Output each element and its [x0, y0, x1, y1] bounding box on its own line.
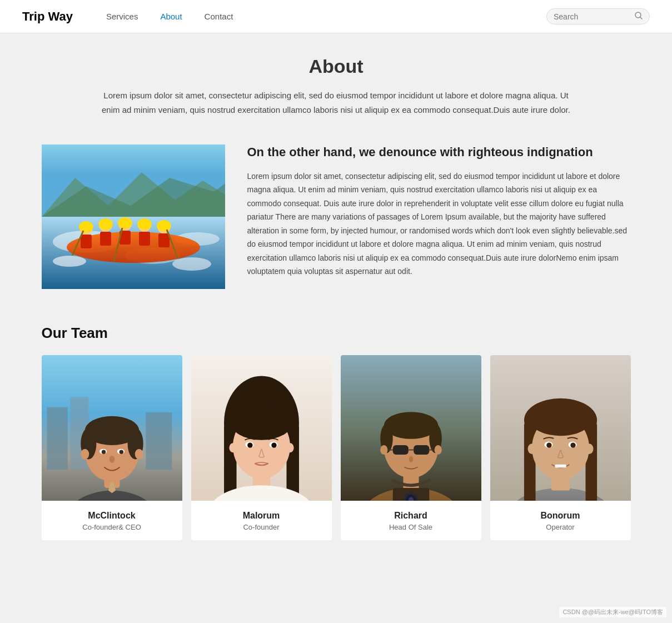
svg-rect-31 [47, 407, 67, 470]
nav-item-services[interactable]: Services [106, 12, 138, 22]
member-name-richard: Richard [346, 511, 476, 521]
member-role-mcclintock: Co-founder& CEO [47, 523, 177, 531]
member-role-bonorum: Operator [496, 523, 625, 531]
svg-rect-70 [392, 445, 408, 455]
about-intro: Lorem ipsum dolor sit amet, consectetur … [97, 88, 575, 117]
member-name-bonorum: Bonorum [496, 511, 625, 521]
member-info-mcclintock: McClintock Co-founder& CEO [42, 503, 182, 540]
svg-point-47 [81, 449, 89, 460]
svg-point-89 [530, 405, 591, 436]
main-content: About Lorem ipsum dolor sit amet, consec… [31, 33, 642, 562]
svg-point-93 [570, 442, 575, 447]
member-role-malorum: Co-founder [197, 523, 326, 531]
svg-point-77 [434, 445, 441, 455]
photo-malorum [191, 355, 332, 501]
nav-links: Services About Contact [106, 12, 233, 22]
svg-point-15 [98, 218, 113, 230]
search-bar [546, 8, 650, 24]
svg-rect-14 [100, 232, 111, 246]
svg-point-18 [118, 217, 132, 228]
rafting-image-col [42, 144, 225, 291]
svg-rect-94 [555, 465, 566, 468]
photo-richard [341, 355, 481, 501]
svg-rect-11 [81, 235, 92, 248]
svg-point-60 [271, 442, 276, 447]
svg-point-28 [53, 256, 86, 267]
search-icon [635, 12, 643, 21]
two-col-section: On the other hand, we denounce with righ… [42, 144, 631, 291]
section-body: Lorem ipsum dolor sit amet, consectetur … [247, 170, 631, 278]
nav-link-contact[interactable]: Contact [205, 12, 233, 21]
svg-point-75 [409, 456, 412, 462]
member-name-malorum: Malorum [197, 511, 326, 521]
svg-point-96 [585, 443, 593, 454]
nav-item-contact[interactable]: Contact [205, 12, 233, 22]
photo-mcclintock [42, 355, 182, 501]
svg-rect-33 [146, 412, 172, 470]
team-card-bonorum: Bonorum Operator [490, 355, 631, 540]
member-role-richard: Head Of Sale [346, 523, 476, 531]
site-logo[interactable]: Trip Way [22, 9, 73, 24]
nav-link-about[interactable]: About [160, 12, 182, 21]
svg-rect-87 [585, 420, 597, 501]
member-info-bonorum: Bonorum Operator [490, 503, 631, 540]
svg-point-59 [247, 442, 252, 447]
text-col: On the other hand, we denounce with righ… [247, 144, 631, 278]
search-input[interactable] [554, 12, 631, 21]
svg-rect-86 [524, 420, 535, 501]
svg-point-44 [101, 450, 105, 454]
photo-bonorum [490, 355, 631, 501]
team-card-mcclintock: McClintock Co-founder& CEO [42, 355, 182, 540]
member-info-malorum: Malorum Co-founder [191, 503, 332, 540]
member-info-richard: Richard Head Of Sale [341, 503, 481, 540]
svg-point-76 [380, 445, 387, 455]
svg-point-48 [135, 449, 143, 460]
svg-rect-23 [158, 233, 170, 247]
svg-point-92 [546, 442, 551, 447]
svg-point-46 [109, 456, 114, 463]
about-heading: About [42, 56, 631, 77]
svg-line-1 [640, 17, 642, 19]
svg-point-62 [286, 443, 293, 452]
svg-point-24 [157, 220, 171, 231]
section-heading: On the other hand, we denounce with righ… [247, 144, 631, 161]
about-section: About Lorem ipsum dolor sit amet, consec… [42, 56, 631, 117]
svg-rect-20 [139, 232, 150, 246]
rafting-image [42, 144, 225, 289]
svg-point-61 [229, 443, 236, 452]
team-section: Our Team [42, 325, 631, 540]
team-grid: McClintock Co-founder& CEO [42, 355, 631, 540]
svg-point-29 [172, 257, 211, 271]
team-card-richard: Richard Head Of Sale [341, 355, 481, 540]
svg-point-56 [230, 403, 292, 440]
member-name-mcclintock: McClintock [47, 511, 177, 521]
nav-link-services[interactable]: Services [106, 12, 138, 21]
svg-point-12 [79, 221, 93, 232]
svg-point-95 [527, 443, 536, 454]
nav-item-about[interactable]: About [160, 12, 182, 22]
team-heading: Our Team [42, 325, 631, 342]
svg-point-45 [119, 450, 123, 454]
svg-point-21 [137, 218, 152, 230]
navbar: Trip Way Services About Contact [0, 0, 672, 33]
svg-rect-71 [414, 445, 429, 455]
team-card-malorum: Malorum Co-founder [191, 355, 332, 540]
